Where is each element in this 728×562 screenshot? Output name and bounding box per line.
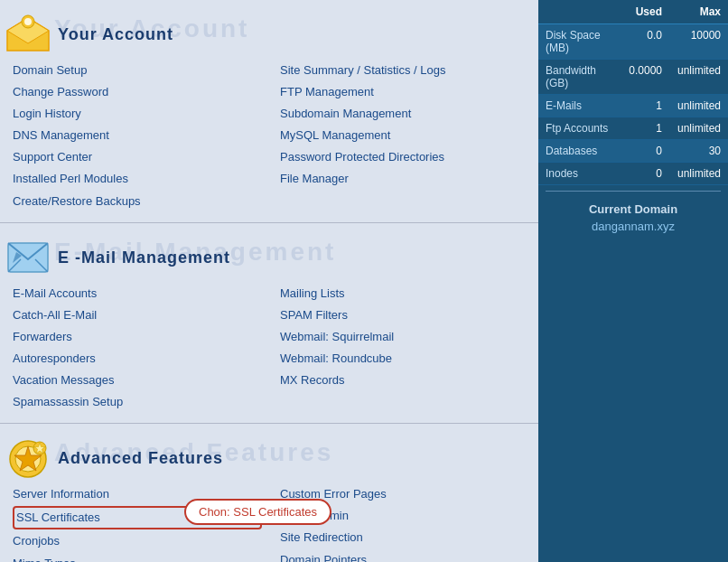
email-accounts-link[interactable]: E-Mail Accounts <box>13 284 262 304</box>
mx-records-link[interactable]: MX Records <box>280 370 529 390</box>
account-links: Domain Setup Change Password Login Histo… <box>0 57 538 213</box>
stat-databases-label: Databases <box>546 145 612 157</box>
support-center-link[interactable]: Support Center <box>13 147 262 167</box>
account-header: Your Account Your Account <box>0 9 538 57</box>
stat-bandwidth-label: Bandwidth (GB) <box>546 64 612 89</box>
svg-point-3 <box>24 18 32 25</box>
mime-types-link[interactable]: Mime Types <box>13 554 262 563</box>
catch-all-link[interactable]: Catch-All E-Mail <box>13 305 262 325</box>
spamassassin-link[interactable]: Spamassassin Setup <box>13 392 262 412</box>
account-title: Your Account <box>58 25 173 44</box>
stats-header-row: Used Max <box>538 0 728 24</box>
account-icon <box>5 14 51 55</box>
current-domain-label: Current Domain <box>538 197 728 218</box>
stat-emails: E-Mails 1 unlimited <box>538 95 728 117</box>
advanced-header: Advanced Features Advanced Features <box>0 433 538 481</box>
perl-modules-link[interactable]: Installed Perl Modules <box>13 169 262 189</box>
account-section: Your Account Your Account Domain Setup C… <box>0 0 538 223</box>
stat-databases-max: 30 <box>662 145 721 157</box>
ssl-container: SSL Certificates Chon: SSL Certificates <box>13 506 262 529</box>
mysql-management-link[interactable]: MySQL Management <box>280 126 529 145</box>
stat-bandwidth-max: unlimited <box>662 64 721 89</box>
vacation-messages-link[interactable]: Vacation Messages <box>13 370 262 390</box>
email-icon <box>5 238 51 278</box>
subdomain-management-link[interactable]: Subdomain Management <box>280 104 529 124</box>
stat-disk-max: 10000 <box>662 29 721 54</box>
sidebar: Used Max Disk Space (MB) 0.0 10000 Bandw… <box>538 0 728 562</box>
stat-ftp-label: Ftp Accounts <box>546 122 612 135</box>
stat-ftp-used: 1 <box>612 122 662 135</box>
account-col2: Site Summary / Statistics / Logs FTP Man… <box>280 61 529 211</box>
advanced-title: Advanced Features <box>58 449 223 468</box>
stat-disk-used: 0.0 <box>612 29 662 54</box>
forwarders-link[interactable]: Forwarders <box>13 327 262 347</box>
dns-management-link[interactable]: DNS Management <box>13 126 262 145</box>
email-links: E-Mail Accounts Catch-All E-Mail Forward… <box>0 280 538 415</box>
cronjobs-link[interactable]: Cronjobs <box>13 531 262 551</box>
advanced-section: Advanced Features Advanced Features Serv… <box>0 424 538 562</box>
stat-ftp-max: unlimited <box>662 122 721 135</box>
password-protected-link[interactable]: Password Protected Directories <box>280 147 529 167</box>
email-col2: Mailing Lists SPAM Filters Webmail: Squi… <box>280 284 529 413</box>
backups-link[interactable]: Create/Restore Backups <box>13 192 262 211</box>
advanced-links: Server Information SSL Certificates Chon… <box>0 481 538 562</box>
stat-databases: Databases 0 30 <box>538 140 728 163</box>
stat-inodes: Inodes 0 unlimited <box>538 163 728 185</box>
stat-inodes-max: unlimited <box>662 167 721 180</box>
site-redirection-link[interactable]: Site Redirection <box>280 528 529 548</box>
stat-emails-used: 1 <box>612 99 662 112</box>
domain-pointers-link[interactable]: Domain Pointers <box>280 550 529 563</box>
autoresponders-link[interactable]: Autoresponders <box>13 349 262 369</box>
domain-setup-link[interactable]: Domain Setup <box>13 61 262 80</box>
webmail-squirrel-link[interactable]: Webmail: Squirrelmail <box>280 327 529 347</box>
login-history-link[interactable]: Login History <box>13 104 262 124</box>
spam-filters-link[interactable]: SPAM Filters <box>280 305 529 325</box>
ssl-tooltip: Chon: SSL Certificates <box>184 499 331 525</box>
stat-inodes-label: Inodes <box>546 167 612 180</box>
mailing-lists-link[interactable]: Mailing Lists <box>280 284 529 304</box>
account-col1: Domain Setup Change Password Login Histo… <box>13 61 262 211</box>
site-summary-link[interactable]: Site Summary / Statistics / Logs <box>280 61 529 80</box>
stats-used-header: Used <box>612 5 662 18</box>
change-password-link[interactable]: Change Password <box>13 82 262 102</box>
stat-databases-used: 0 <box>612 145 662 157</box>
stats-col-label <box>546 5 612 18</box>
email-header: E-Mail Management E -Mail Management <box>0 232 538 280</box>
advanced-icon <box>5 438 51 479</box>
domain-name: dangannam.xyz <box>538 218 728 242</box>
webmail-roundcube-link[interactable]: Webmail: Roundcube <box>280 349 529 369</box>
stats-max-header: Max <box>662 5 721 18</box>
advanced-col1: Server Information SSL Certificates Chon… <box>13 484 262 562</box>
stat-bandwidth: Bandwidth (GB) 0.0000 unlimited <box>538 60 728 95</box>
stat-disk-label: Disk Space (MB) <box>546 29 612 54</box>
email-title: E -Mail Management <box>58 248 230 267</box>
ftp-management-link[interactable]: FTP Management <box>280 82 529 102</box>
stat-bandwidth-used: 0.0000 <box>612 64 662 89</box>
sidebar-divider <box>546 191 721 192</box>
stat-emails-max: unlimited <box>662 99 721 112</box>
stat-inodes-used: 0 <box>612 167 662 180</box>
file-manager-link[interactable]: File Manager <box>280 169 529 189</box>
email-section: E-Mail Management E -Mail Management E-M… <box>0 223 538 425</box>
stat-ftp: Ftp Accounts 1 unlimited <box>538 117 728 140</box>
email-col1: E-Mail Accounts Catch-All E-Mail Forward… <box>13 284 262 413</box>
stat-disk: Disk Space (MB) 0.0 10000 <box>538 24 728 60</box>
stat-emails-label: E-Mails <box>546 99 612 112</box>
